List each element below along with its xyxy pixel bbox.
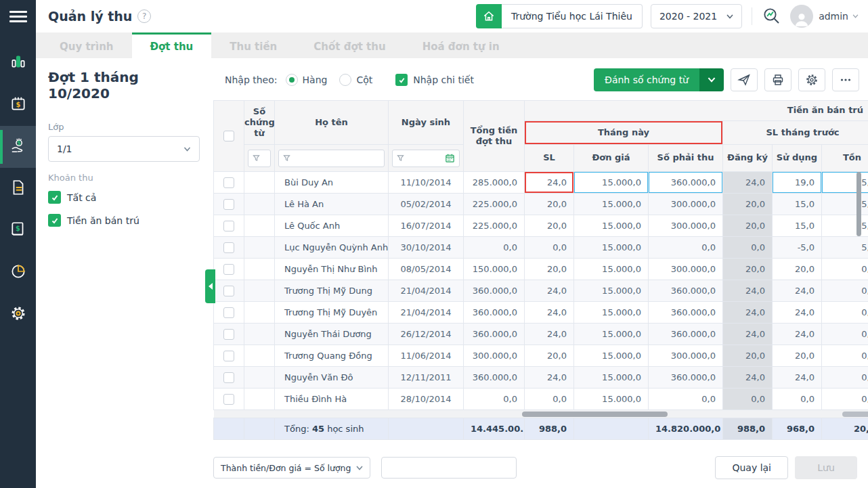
cell-don_gia[interactable]: 15.000,0 bbox=[574, 259, 649, 280]
cell-so_phai_thu[interactable]: 360.000,0 bbox=[649, 324, 723, 345]
dropdown-caret-icon[interactable] bbox=[699, 68, 724, 91]
send-button[interactable] bbox=[731, 68, 758, 91]
cell-sl[interactable]: 24,0 bbox=[525, 172, 574, 194]
cell-su_dung[interactable]: 20,0 bbox=[773, 345, 822, 367]
settings-button[interactable] bbox=[798, 68, 825, 91]
row-checkbox-cell[interactable] bbox=[214, 345, 244, 367]
cell-don_gia[interactable]: 15.000,0 bbox=[574, 324, 649, 345]
row-checkbox[interactable] bbox=[223, 372, 234, 383]
cell-don_gia[interactable]: 15.000,0 bbox=[574, 345, 649, 367]
filter-so-chung-tu[interactable] bbox=[244, 145, 275, 172]
vertical-scrollbar-thumb[interactable] bbox=[856, 172, 861, 236]
school-year-select[interactable]: 2020 - 2021 bbox=[651, 4, 742, 28]
row-checkbox-cell[interactable] bbox=[214, 324, 244, 345]
tab-hoa-don-tu-in[interactable]: Hoá đơn tự in bbox=[404, 32, 518, 58]
cell-ton[interactable]: 0,0 bbox=[822, 259, 868, 280]
cell-don_gia[interactable]: 15.000,0 bbox=[574, 215, 649, 237]
tab-dot-thu[interactable]: Đợt thu bbox=[132, 32, 212, 58]
cell-su_dung[interactable]: 24,0 bbox=[773, 280, 822, 302]
user-menu[interactable]: admin bbox=[819, 11, 859, 22]
sidebar-item-ledger[interactable]: $ bbox=[0, 210, 36, 252]
sidebar-item-settings[interactable] bbox=[0, 294, 36, 336]
scrollbar-thumb[interactable] bbox=[522, 412, 668, 417]
cell-sl[interactable]: 20,0 bbox=[525, 215, 574, 237]
cell-so_phai_thu[interactable]: 300.000,0 bbox=[649, 194, 723, 215]
cell-su_dung[interactable]: 15,0 bbox=[773, 215, 822, 237]
row-checkbox[interactable] bbox=[223, 177, 234, 188]
row-checkbox[interactable] bbox=[223, 264, 234, 275]
fee-option-all[interactable]: Tất cả bbox=[48, 191, 200, 204]
row-checkbox[interactable] bbox=[223, 242, 234, 253]
cell-so_phai_thu[interactable]: 360.000,0 bbox=[649, 367, 723, 389]
row-checkbox[interactable] bbox=[223, 286, 234, 296]
print-button[interactable] bbox=[764, 68, 791, 91]
home-icon[interactable] bbox=[476, 4, 502, 28]
class-select[interactable]: 1/1 bbox=[48, 136, 200, 162]
sidebar-item-fee-schedule[interactable]: $ bbox=[0, 84, 36, 126]
more-button[interactable] bbox=[832, 68, 859, 91]
sidebar-item-reports[interactable] bbox=[0, 252, 36, 294]
checkbox-checked-icon[interactable] bbox=[48, 214, 61, 227]
cell-don_gia[interactable]: 15.000,0 bbox=[574, 194, 649, 215]
cell-sl[interactable]: 20,0 bbox=[525, 259, 574, 280]
row-checkbox[interactable] bbox=[223, 351, 234, 361]
value-input[interactable] bbox=[381, 457, 517, 479]
row-checkbox[interactable] bbox=[223, 199, 234, 210]
cell-sl[interactable]: 24,0 bbox=[525, 302, 574, 324]
save-button[interactable]: Lưu bbox=[795, 456, 857, 479]
cell-so_phai_thu[interactable]: 0,0 bbox=[649, 389, 723, 410]
cell-don_gia[interactable]: 15.000,0 bbox=[574, 367, 649, 389]
checkbox-checked-icon[interactable] bbox=[48, 191, 61, 204]
tab-thu-tien[interactable]: Thu tiền bbox=[211, 32, 295, 58]
cell-don_gia[interactable]: 15.000,0 bbox=[574, 172, 649, 194]
hamburger-menu-icon[interactable] bbox=[0, 0, 36, 32]
tab-quy-trinh[interactable]: Quy trình bbox=[41, 32, 132, 58]
cell-sl[interactable]: 0,0 bbox=[525, 389, 574, 410]
cell-so_phai_thu[interactable]: 300.000,0 bbox=[649, 215, 723, 237]
formula-select[interactable]: Thành tiền/Đơn giá = Số lượng bbox=[213, 457, 370, 479]
horizontal-scrollbar[interactable] bbox=[214, 410, 868, 418]
row-checkbox-cell[interactable] bbox=[214, 302, 244, 324]
panel-collapse-handle[interactable] bbox=[205, 269, 215, 303]
cell-don_gia[interactable]: 15.000,0 bbox=[574, 389, 649, 410]
cell-su_dung[interactable]: -5,0 bbox=[773, 237, 822, 259]
cell-ton[interactable]: 0,0 bbox=[822, 302, 868, 324]
row-checkbox[interactable] bbox=[223, 221, 234, 231]
filter-ngay-sinh[interactable] bbox=[389, 145, 464, 172]
row-checkbox-cell[interactable] bbox=[214, 194, 244, 215]
select-all-cell[interactable] bbox=[214, 101, 244, 172]
help-icon[interactable]: ? bbox=[137, 9, 151, 23]
row-checkbox-cell[interactable] bbox=[214, 172, 244, 194]
cell-sl[interactable]: 24,0 bbox=[525, 280, 574, 302]
cell-ton[interactable]: 0,0 bbox=[822, 367, 868, 389]
cell-sl[interactable]: 20,0 bbox=[525, 345, 574, 367]
cell-don_gia[interactable]: 15.000,0 bbox=[574, 302, 649, 324]
checkbox-checked-icon[interactable] bbox=[395, 74, 408, 86]
cell-sl[interactable]: 24,0 bbox=[525, 324, 574, 345]
cell-so_phai_thu[interactable]: 360.000,0 bbox=[649, 280, 723, 302]
row-checkbox[interactable] bbox=[223, 307, 234, 318]
fee-option-tien-an[interactable]: Tiền ăn bán trú bbox=[48, 214, 200, 227]
cell-so_phai_thu[interactable]: 300.000,0 bbox=[649, 259, 723, 280]
cell-su_dung[interactable]: 24,0 bbox=[773, 324, 822, 345]
cell-sl[interactable]: 24,0 bbox=[525, 367, 574, 389]
radio-row[interactable] bbox=[286, 74, 298, 86]
school-selector[interactable]: Trường Tiểu học Lái Thiêu bbox=[476, 4, 643, 28]
sidebar-item-dashboard[interactable] bbox=[0, 42, 36, 84]
cell-su_dung[interactable]: 24,0 bbox=[773, 302, 822, 324]
cell-su_dung[interactable]: 20,0 bbox=[773, 259, 822, 280]
detail-checkbox-row[interactable]: Nhập chi tiết bbox=[395, 74, 474, 86]
cell-sl[interactable]: 20,0 bbox=[525, 194, 574, 215]
cell-so_phai_thu[interactable]: 0,0 bbox=[649, 237, 723, 259]
cell-so_phai_thu[interactable]: 360.000,0 bbox=[649, 302, 723, 324]
cell-don_gia[interactable]: 15.000,0 bbox=[574, 237, 649, 259]
cell-su_dung[interactable]: 24,0 bbox=[773, 367, 822, 389]
row-checkbox-cell[interactable] bbox=[214, 280, 244, 302]
user-avatar[interactable] bbox=[790, 5, 813, 28]
row-checkbox[interactable] bbox=[223, 394, 234, 405]
cell-ton[interactable]: 0,0 bbox=[822, 324, 868, 345]
row-checkbox-cell[interactable] bbox=[214, 259, 244, 280]
cell-sl[interactable]: 0,0 bbox=[525, 237, 574, 259]
cell-ton[interactable]: 5,0 bbox=[822, 237, 868, 259]
cell-don_gia[interactable]: 15.000,0 bbox=[574, 280, 649, 302]
